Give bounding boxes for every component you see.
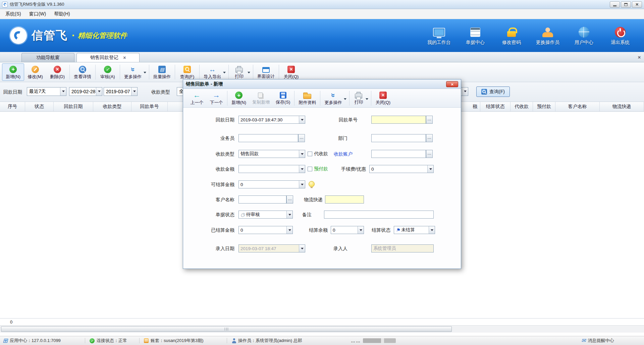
scrollbar-grip-icon bbox=[225, 328, 228, 331]
horizontal-scrollbar[interactable] bbox=[0, 325, 644, 333]
menu-window[interactable]: 窗口(W) bbox=[25, 10, 50, 18]
column-header[interactable]: 结算状态 bbox=[480, 102, 511, 111]
department-input[interactable] bbox=[371, 134, 426, 142]
salesman-picker-button[interactable] bbox=[298, 134, 305, 142]
scrollbar-thumb[interactable] bbox=[1, 326, 452, 332]
import-export-button[interactable]: 导入导出 bbox=[201, 63, 227, 81]
banner-action-change-password[interactable]: 修改密码 bbox=[497, 25, 526, 46]
column-header[interactable]: 预付款 bbox=[533, 102, 555, 111]
chevron-down-icon[interactable] bbox=[366, 98, 368, 101]
dialog-more-actions-button[interactable]: 更多操作 bbox=[321, 90, 348, 107]
minimize-button[interactable] bbox=[610, 1, 620, 8]
chevron-down-icon[interactable] bbox=[96, 88, 102, 96]
delete-button[interactable]: 删除(D) bbox=[46, 63, 68, 81]
banner-action-doc-center[interactable]: 单据中心 bbox=[461, 25, 490, 46]
close-button[interactable] bbox=[632, 1, 642, 8]
tab-sales-receipt[interactable]: 销售回款登记 bbox=[76, 53, 140, 62]
receipt-account-link[interactable]: 收款账户 bbox=[334, 150, 353, 158]
menu-help[interactable]: 帮助(H) bbox=[50, 10, 74, 18]
audit-button[interactable]: 审核(A) bbox=[97, 63, 119, 81]
receipt-account-input[interactable] bbox=[371, 150, 426, 158]
menu-system[interactable]: 系统(S) bbox=[1, 10, 25, 18]
chevron-down-icon[interactable] bbox=[223, 72, 226, 75]
chevron-down-icon[interactable] bbox=[299, 150, 305, 158]
receipt-account-picker-button[interactable] bbox=[426, 150, 433, 158]
chevron-down-icon[interactable] bbox=[344, 98, 346, 101]
tab-close-icon[interactable] bbox=[123, 55, 126, 60]
close-tab-button[interactable]: 关闭(Q) bbox=[280, 63, 302, 81]
dialog-close-toolbar-button[interactable]: 关闭(Q) bbox=[372, 90, 393, 107]
message-center[interactable]: 消息提醒中心 bbox=[581, 336, 614, 345]
chevron-down-icon[interactable] bbox=[248, 72, 250, 75]
add-button[interactable]: 新增(N) bbox=[2, 63, 24, 81]
maximize-button[interactable] bbox=[621, 1, 631, 8]
column-header[interactable]: 回款日期 bbox=[54, 102, 93, 111]
chevron-down-icon[interactable] bbox=[144, 72, 146, 75]
remark-input[interactable] bbox=[324, 211, 434, 219]
customer-name-input[interactable] bbox=[238, 195, 286, 204]
chevron-down-icon[interactable] bbox=[131, 88, 137, 96]
settle-status-select[interactable]: 未结算 bbox=[394, 226, 435, 234]
banner-action-exit[interactable]: 退出系统 bbox=[606, 25, 635, 46]
dialog-add-button[interactable]: 新增(N) bbox=[228, 90, 249, 107]
more-actions-button[interactable]: 更多操作 bbox=[121, 63, 148, 81]
column-header[interactable]: 收款类型 bbox=[93, 102, 131, 111]
dialog-print-button[interactable]: 打印 bbox=[351, 90, 370, 107]
date-range-select[interactable]: 最近7天 bbox=[27, 87, 66, 96]
banner-action-switch-operator[interactable]: 更换操作员 bbox=[533, 25, 562, 46]
payment-date-select[interactable]: 2019-03-07 18:47:30 bbox=[238, 116, 305, 124]
date-to-select[interactable]: 2019-03-07 bbox=[104, 87, 138, 96]
edit-button[interactable]: 修改(M) bbox=[24, 63, 46, 81]
prev-record-button[interactable]: 上一个 bbox=[187, 90, 207, 107]
banner-action-user-center[interactable]: 用户中心 bbox=[570, 25, 598, 46]
doc-status-select[interactable]: 待审核 bbox=[238, 211, 293, 219]
customer-picker-button[interactable] bbox=[286, 195, 293, 204]
column-header[interactable]: 物流快递 bbox=[600, 102, 644, 111]
settled-amount-input[interactable]: 0 bbox=[238, 226, 293, 234]
prepaid-checkbox[interactable]: 预付款 bbox=[308, 165, 328, 173]
ui-design-button[interactable]: 界面设计 bbox=[254, 63, 278, 81]
chevron-down-icon[interactable] bbox=[427, 165, 433, 173]
receipt-amount-input[interactable] bbox=[238, 165, 305, 173]
chevron-down-icon[interactable] bbox=[299, 165, 305, 173]
chevron-down-icon[interactable] bbox=[462, 88, 468, 96]
next-record-button[interactable]: 下一个 bbox=[207, 90, 226, 107]
banner-action-workbench[interactable]: 我的工作台 bbox=[425, 25, 453, 46]
receipt-type-dialog-select[interactable]: 销售回款 bbox=[238, 150, 305, 158]
attachments-button[interactable]: 附件资料 bbox=[296, 90, 319, 107]
chevron-down-icon[interactable] bbox=[358, 226, 364, 234]
settleable-amount-input[interactable]: 0 bbox=[238, 180, 305, 188]
department-picker-button[interactable] bbox=[426, 134, 433, 142]
column-header[interactable]: 回款单号 bbox=[131, 102, 168, 111]
chevron-down-icon[interactable] bbox=[299, 116, 305, 123]
batch-button[interactable]: 批量操作 bbox=[150, 63, 174, 81]
query-button[interactable]: 查询(F) bbox=[476, 87, 510, 97]
dialog-close-button[interactable] bbox=[446, 81, 458, 87]
hint-bulb-icon[interactable] bbox=[309, 181, 315, 187]
receipt-no-input[interactable] bbox=[371, 116, 426, 124]
receipt-no-picker-button[interactable] bbox=[426, 116, 433, 124]
copy-add-button[interactable]: 复制新增 bbox=[249, 90, 273, 107]
chevron-down-icon[interactable] bbox=[286, 211, 292, 218]
print-button[interactable]: 打印 bbox=[230, 63, 252, 81]
tab-function-nav[interactable]: 功能导航窗 bbox=[21, 53, 74, 62]
tabbar-close-icon[interactable] bbox=[638, 54, 641, 60]
chevron-down-icon[interactable] bbox=[299, 181, 305, 188]
column-header[interactable]: 代收款 bbox=[511, 102, 533, 111]
chevron-down-icon[interactable] bbox=[60, 88, 66, 96]
chevron-down-icon[interactable] bbox=[429, 226, 435, 234]
view-detail-button[interactable]: 查看详情 bbox=[71, 63, 94, 81]
column-header[interactable]: 客户名称 bbox=[555, 102, 600, 111]
date-from-select[interactable]: 2019-02-28 bbox=[69, 87, 102, 96]
fee-input[interactable]: 0 bbox=[369, 165, 434, 173]
column-header[interactable]: 状态 bbox=[25, 102, 54, 111]
save-button[interactable]: 保存(S) bbox=[273, 90, 293, 107]
more-actions-icon bbox=[329, 92, 337, 99]
query-toolbar-button[interactable]: 查询(F) bbox=[176, 63, 198, 81]
logistics-input[interactable] bbox=[325, 195, 364, 204]
salesman-input[interactable] bbox=[238, 134, 298, 142]
settle-balance-input[interactable]: 0 bbox=[331, 226, 364, 234]
agency-checkbox[interactable]: 代收款 bbox=[308, 150, 328, 158]
chevron-down-icon[interactable] bbox=[286, 226, 292, 234]
column-header[interactable]: 序号 bbox=[0, 102, 25, 111]
